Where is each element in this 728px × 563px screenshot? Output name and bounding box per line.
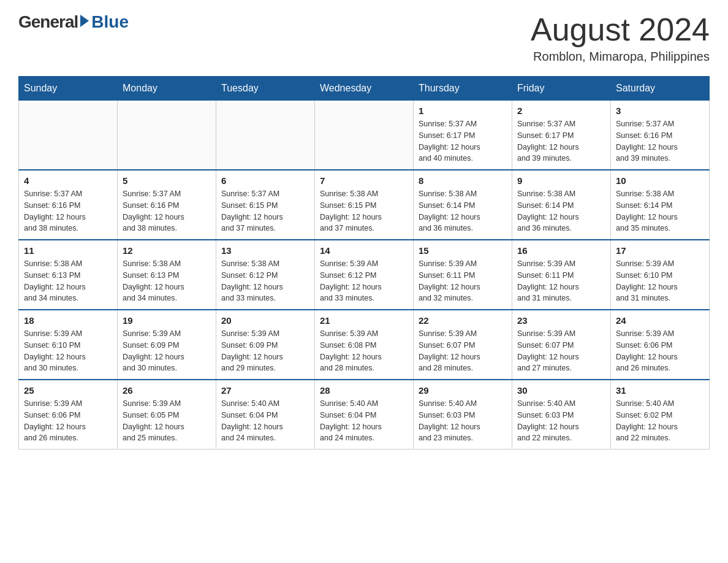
calendar-day-header: Tuesday [216,77,315,101]
day-info: Sunrise: 5:37 AM Sunset: 6:16 PM Dayligh… [123,188,211,234]
calendar-cell: 25Sunrise: 5:39 AM Sunset: 6:06 PM Dayli… [19,380,118,450]
day-info: Sunrise: 5:40 AM Sunset: 6:03 PM Dayligh… [419,398,507,444]
day-number: 17 [616,245,704,256]
day-info: Sunrise: 5:39 AM Sunset: 6:11 PM Dayligh… [517,258,605,304]
calendar-cell: 5Sunrise: 5:37 AM Sunset: 6:16 PM Daylig… [118,170,216,240]
calendar-day-header: Saturday [611,77,710,101]
day-number: 31 [616,385,704,396]
month-title: August 2024 [531,12,710,47]
day-info: Sunrise: 5:38 AM Sunset: 6:15 PM Dayligh… [320,188,408,234]
day-info: Sunrise: 5:39 AM Sunset: 6:09 PM Dayligh… [221,328,309,374]
day-info: Sunrise: 5:40 AM Sunset: 6:03 PM Dayligh… [517,398,605,444]
day-info: Sunrise: 5:39 AM Sunset: 6:10 PM Dayligh… [616,258,704,304]
day-number: 5 [123,175,211,186]
calendar-cell: 12Sunrise: 5:38 AM Sunset: 6:13 PM Dayli… [118,240,216,310]
calendar-week-row: 1Sunrise: 5:37 AM Sunset: 6:17 PM Daylig… [19,101,710,170]
calendar-cell: 9Sunrise: 5:38 AM Sunset: 6:14 PM Daylig… [512,170,611,240]
day-number: 2 [517,105,605,116]
calendar-cell: 23Sunrise: 5:39 AM Sunset: 6:07 PM Dayli… [512,310,611,380]
day-info: Sunrise: 5:40 AM Sunset: 6:04 PM Dayligh… [221,398,309,444]
day-info: Sunrise: 5:39 AM Sunset: 6:10 PM Dayligh… [24,328,112,374]
calendar-cell: 4Sunrise: 5:37 AM Sunset: 6:16 PM Daylig… [19,170,118,240]
calendar-cell: 11Sunrise: 5:38 AM Sunset: 6:13 PM Dayli… [19,240,118,310]
day-number: 21 [320,315,408,326]
day-number: 9 [517,175,605,186]
day-number: 26 [123,385,211,396]
day-info: Sunrise: 5:39 AM Sunset: 6:08 PM Dayligh… [320,328,408,374]
day-number: 22 [419,315,507,326]
calendar-cell: 21Sunrise: 5:39 AM Sunset: 6:08 PM Dayli… [315,310,414,380]
day-number: 15 [419,245,507,256]
day-info: Sunrise: 5:40 AM Sunset: 6:04 PM Dayligh… [320,398,408,444]
day-number: 19 [123,315,211,326]
calendar-cell: 14Sunrise: 5:39 AM Sunset: 6:12 PM Dayli… [315,240,414,310]
day-info: Sunrise: 5:37 AM Sunset: 6:17 PM Dayligh… [419,118,507,164]
header-right: August 2024 Romblon, Mimaropa, Philippin… [531,12,710,64]
calendar-cell: 26Sunrise: 5:39 AM Sunset: 6:05 PM Dayli… [118,380,216,450]
day-info: Sunrise: 5:38 AM Sunset: 6:14 PM Dayligh… [419,188,507,234]
calendar-cell: 31Sunrise: 5:40 AM Sunset: 6:02 PM Dayli… [611,380,710,450]
day-number: 3 [616,105,704,116]
day-number: 30 [517,385,605,396]
logo: General Blue [18,12,129,32]
calendar-cell: 3Sunrise: 5:37 AM Sunset: 6:16 PM Daylig… [611,101,710,170]
day-info: Sunrise: 5:39 AM Sunset: 6:07 PM Dayligh… [517,328,605,374]
logo-arrow-icon [80,15,89,27]
day-number: 13 [221,245,309,256]
day-number: 28 [320,385,408,396]
calendar-week-row: 4Sunrise: 5:37 AM Sunset: 6:16 PM Daylig… [19,170,710,240]
calendar-week-row: 18Sunrise: 5:39 AM Sunset: 6:10 PM Dayli… [19,310,710,380]
calendar-cell: 22Sunrise: 5:39 AM Sunset: 6:07 PM Dayli… [414,310,512,380]
calendar-cell: 16Sunrise: 5:39 AM Sunset: 6:11 PM Dayli… [512,240,611,310]
calendar-day-header: Wednesday [315,77,414,101]
calendar-cell: 19Sunrise: 5:39 AM Sunset: 6:09 PM Dayli… [118,310,216,380]
day-info: Sunrise: 5:38 AM Sunset: 6:14 PM Dayligh… [616,188,704,234]
calendar-cell [19,101,118,170]
calendar-cell: 29Sunrise: 5:40 AM Sunset: 6:03 PM Dayli… [414,380,512,450]
calendar-cell: 20Sunrise: 5:39 AM Sunset: 6:09 PM Dayli… [216,310,315,380]
day-info: Sunrise: 5:39 AM Sunset: 6:12 PM Dayligh… [320,258,408,304]
day-info: Sunrise: 5:38 AM Sunset: 6:13 PM Dayligh… [123,258,211,304]
day-number: 12 [123,245,211,256]
calendar-week-row: 25Sunrise: 5:39 AM Sunset: 6:06 PM Dayli… [19,380,710,450]
calendar-cell: 2Sunrise: 5:37 AM Sunset: 6:17 PM Daylig… [512,101,611,170]
day-number: 25 [24,385,112,396]
calendar-day-header: Monday [118,77,216,101]
calendar-cell [118,101,216,170]
day-info: Sunrise: 5:39 AM Sunset: 6:11 PM Dayligh… [419,258,507,304]
day-info: Sunrise: 5:39 AM Sunset: 6:05 PM Dayligh… [123,398,211,444]
calendar-cell: 24Sunrise: 5:39 AM Sunset: 6:06 PM Dayli… [611,310,710,380]
logo-general-text: General [18,12,78,32]
day-info: Sunrise: 5:39 AM Sunset: 6:06 PM Dayligh… [24,398,112,444]
calendar-cell: 10Sunrise: 5:38 AM Sunset: 6:14 PM Dayli… [611,170,710,240]
day-number: 24 [616,315,704,326]
logo-blue-text: Blue [91,12,129,32]
day-info: Sunrise: 5:37 AM Sunset: 6:16 PM Dayligh… [24,188,112,234]
calendar-cell: 8Sunrise: 5:38 AM Sunset: 6:14 PM Daylig… [414,170,512,240]
page-header: General Blue August 2024 Romblon, Mimaro… [18,12,710,64]
day-number: 4 [24,175,112,186]
calendar-cell: 17Sunrise: 5:39 AM Sunset: 6:10 PM Dayli… [611,240,710,310]
calendar-cell: 6Sunrise: 5:37 AM Sunset: 6:15 PM Daylig… [216,170,315,240]
calendar-cell: 28Sunrise: 5:40 AM Sunset: 6:04 PM Dayli… [315,380,414,450]
calendar-week-row: 11Sunrise: 5:38 AM Sunset: 6:13 PM Dayli… [19,240,710,310]
day-info: Sunrise: 5:37 AM Sunset: 6:15 PM Dayligh… [221,188,309,234]
day-number: 6 [221,175,309,186]
calendar-cell: 15Sunrise: 5:39 AM Sunset: 6:11 PM Dayli… [414,240,512,310]
day-number: 16 [517,245,605,256]
day-info: Sunrise: 5:38 AM Sunset: 6:12 PM Dayligh… [221,258,309,304]
day-number: 27 [221,385,309,396]
calendar-cell: 1Sunrise: 5:37 AM Sunset: 6:17 PM Daylig… [414,101,512,170]
calendar-header-row: SundayMondayTuesdayWednesdayThursdayFrid… [19,77,710,101]
calendar-day-header: Sunday [19,77,118,101]
day-number: 8 [419,175,507,186]
day-info: Sunrise: 5:37 AM Sunset: 6:17 PM Dayligh… [517,118,605,164]
day-info: Sunrise: 5:40 AM Sunset: 6:02 PM Dayligh… [616,398,704,444]
day-info: Sunrise: 5:39 AM Sunset: 6:06 PM Dayligh… [616,328,704,374]
location-text: Romblon, Mimaropa, Philippines [531,50,710,64]
calendar-day-header: Friday [512,77,611,101]
day-number: 29 [419,385,507,396]
day-number: 23 [517,315,605,326]
calendar-cell [216,101,315,170]
day-number: 1 [419,105,507,116]
